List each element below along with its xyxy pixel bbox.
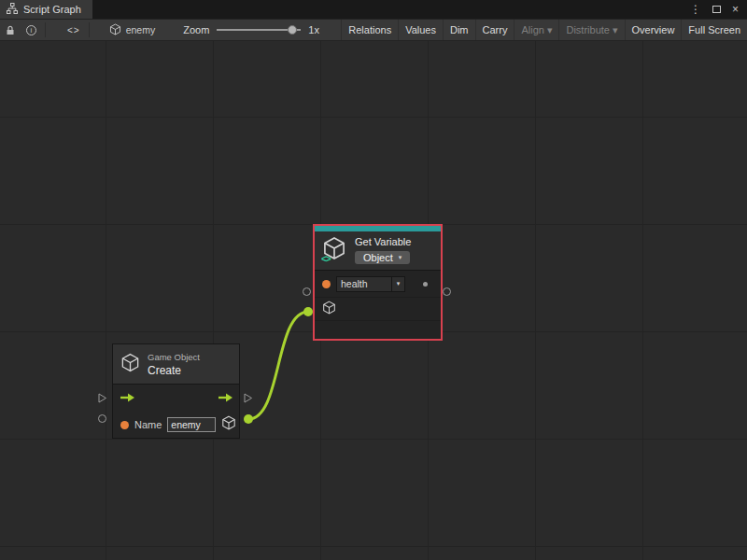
close-icon[interactable]: × bbox=[732, 4, 739, 15]
script-graph-window: Script Graph ⋮ × i <> bbox=[0, 0, 747, 560]
graph-canvas[interactable]: <> Get Variable Object ▾ ▾ bbox=[0, 41, 747, 560]
dim-button[interactable]: Dim bbox=[443, 20, 475, 40]
variable-name-input[interactable] bbox=[337, 277, 391, 291]
game-object-output-icon[interactable] bbox=[221, 415, 236, 434]
info-icon[interactable]: i bbox=[21, 20, 42, 40]
variable-cube-icon: <> bbox=[322, 236, 346, 260]
create-body: Name bbox=[113, 384, 239, 437]
zoom-slider-handle[interactable] bbox=[288, 25, 297, 35]
zoom-slider[interactable] bbox=[217, 24, 301, 35]
zoom-label: Zoom bbox=[183, 24, 209, 35]
fullscreen-button[interactable]: Full Screen bbox=[681, 20, 747, 40]
name-field[interactable] bbox=[167, 417, 216, 432]
variable-name-row: ▾ bbox=[315, 271, 441, 298]
code-icon[interactable]: <> bbox=[62, 20, 86, 40]
name-input[interactable] bbox=[168, 418, 215, 431]
variable-name-field[interactable]: ▾ bbox=[336, 276, 405, 292]
create-output-port-connected[interactable] bbox=[244, 414, 253, 424]
create-flow-output-port[interactable] bbox=[243, 391, 253, 408]
tab-title: Script Graph bbox=[23, 4, 81, 15]
connection-wire[interactable] bbox=[248, 312, 308, 419]
titlebar-spacer bbox=[92, 0, 690, 19]
value-output-port[interactable] bbox=[423, 282, 428, 287]
chevron-down-icon: ▾ bbox=[399, 254, 402, 261]
game-object-cube-icon bbox=[120, 353, 140, 376]
name-row: Name bbox=[113, 413, 239, 437]
graph-asset-icon bbox=[109, 23, 121, 37]
variable-suggest-button[interactable]: ▾ bbox=[391, 277, 404, 291]
create-header: Game Object Create bbox=[113, 344, 239, 384]
align-button[interactable]: Align ▾ bbox=[514, 20, 558, 40]
code-badge-icon: <> bbox=[321, 254, 331, 264]
graph-name: enemy bbox=[126, 24, 156, 35]
flow-output-arrow-icon[interactable] bbox=[217, 390, 233, 407]
menu-icon[interactable]: ⋮ bbox=[690, 4, 701, 15]
titlebar: Script Graph ⋮ × bbox=[0, 0, 747, 19]
toolbar-divider bbox=[45, 22, 46, 37]
zoom-value: 1x bbox=[308, 24, 319, 35]
name-input-port[interactable] bbox=[322, 280, 331, 288]
lock-icon[interactable] bbox=[0, 20, 21, 40]
graph-reference[interactable]: enemy bbox=[109, 23, 156, 37]
values-button[interactable]: Values bbox=[398, 20, 443, 40]
flow-input-arrow-icon[interactable] bbox=[119, 390, 135, 407]
chevron-down-icon: ▾ bbox=[397, 280, 401, 287]
node-title: Get Variable bbox=[355, 236, 411, 247]
node-title: Create bbox=[148, 364, 200, 377]
toolbar: i <> enemy Zoom 1x Relations bbox=[0, 19, 747, 41]
maximize-icon[interactable] bbox=[712, 6, 721, 13]
name-label: Name bbox=[134, 419, 162, 430]
node-category: Game Object bbox=[148, 352, 200, 362]
script-graph-icon bbox=[7, 3, 18, 16]
get-variable-value-port[interactable] bbox=[443, 287, 451, 296]
object-input-row bbox=[315, 298, 441, 321]
get-variable-body: ▾ bbox=[315, 270, 441, 321]
create-name-port[interactable] bbox=[98, 414, 106, 423]
carry-button[interactable]: Carry bbox=[475, 20, 514, 40]
get-variable-object-port-connected[interactable] bbox=[303, 307, 313, 316]
node-get-variable[interactable]: <> Get Variable Object ▾ ▾ bbox=[313, 224, 443, 341]
variable-kind-dropdown[interactable]: Object ▾ bbox=[355, 251, 410, 264]
toolbar-divider bbox=[89, 22, 90, 37]
create-flow-input-port[interactable] bbox=[97, 391, 107, 408]
tab-script-graph[interactable]: Script Graph bbox=[0, 0, 92, 19]
get-variable-header: <> Get Variable Object ▾ bbox=[315, 231, 441, 270]
distribute-button[interactable]: Distribute ▾ bbox=[558, 20, 624, 40]
name-input-port[interactable] bbox=[120, 421, 129, 429]
control-flow-row bbox=[113, 385, 239, 413]
game-object-port-icon[interactable] bbox=[322, 301, 336, 318]
toolbar-buttons: Relations Values Dim Carry Align ▾ Distr… bbox=[341, 20, 747, 40]
relations-button[interactable]: Relations bbox=[341, 20, 398, 40]
node-create-game-object[interactable]: Game Object Create bbox=[112, 343, 240, 439]
get-variable-name-port[interactable] bbox=[303, 287, 311, 296]
overview-button[interactable]: Overview bbox=[625, 20, 682, 40]
